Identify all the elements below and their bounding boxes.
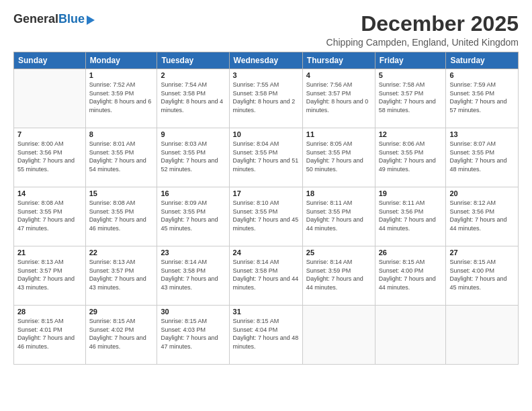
- table-row: 1Sunrise: 7:52 AM Sunset: 3:59 PM Daylig…: [85, 69, 157, 128]
- col-wednesday: Wednesday: [229, 52, 302, 69]
- day-info: Sunrise: 7:54 AM Sunset: 3:58 PM Dayligh…: [161, 81, 225, 114]
- calendar-week-row: 28Sunrise: 8:15 AM Sunset: 4:01 PM Dayli…: [14, 306, 519, 365]
- day-number: 21: [17, 248, 82, 257]
- day-number: 27: [449, 248, 515, 257]
- table-row: 26Sunrise: 8:15 AM Sunset: 4:00 PM Dayli…: [375, 246, 446, 306]
- day-info: Sunrise: 8:09 AM Sunset: 3:55 PM Dayligh…: [161, 199, 225, 232]
- day-info: Sunrise: 8:08 AM Sunset: 3:55 PM Dayligh…: [17, 199, 82, 232]
- day-info: Sunrise: 8:12 AM Sunset: 3:56 PM Dayligh…: [449, 199, 515, 232]
- day-info: Sunrise: 8:10 AM Sunset: 3:55 PM Dayligh…: [233, 199, 299, 232]
- day-number: 23: [161, 248, 225, 257]
- table-row: 17Sunrise: 8:10 AM Sunset: 3:55 PM Dayli…: [229, 187, 302, 246]
- col-tuesday: Tuesday: [157, 52, 229, 69]
- day-number: 22: [89, 248, 154, 257]
- table-row: 22Sunrise: 8:13 AM Sunset: 3:57 PM Dayli…: [85, 246, 157, 306]
- day-number: 24: [233, 248, 299, 257]
- logo-blue-text: Blue: [58, 12, 85, 26]
- table-row: [375, 306, 446, 365]
- day-number: 6: [449, 71, 515, 79]
- table-row: 12Sunrise: 8:06 AM Sunset: 3:55 PM Dayli…: [375, 128, 446, 187]
- title-section: December 2025 Chipping Campden, England,…: [326, 12, 519, 48]
- location-subtitle: Chipping Campden, England, United Kingdo…: [326, 37, 519, 48]
- col-sunday: Sunday: [14, 52, 86, 69]
- day-info: Sunrise: 7:55 AM Sunset: 3:58 PM Dayligh…: [233, 81, 299, 114]
- day-info: Sunrise: 8:15 AM Sunset: 4:01 PM Dayligh…: [17, 317, 82, 351]
- day-number: 10: [233, 130, 299, 138]
- day-number: 14: [17, 189, 82, 197]
- table-row: 20Sunrise: 8:12 AM Sunset: 3:56 PM Dayli…: [446, 187, 519, 246]
- day-number: 29: [89, 308, 154, 316]
- logo: GeneralBlue: [13, 12, 95, 26]
- table-row: 19Sunrise: 8:11 AM Sunset: 3:56 PM Dayli…: [375, 187, 446, 246]
- header: GeneralBlue December 2025 Chipping Campd…: [13, 12, 519, 48]
- col-friday: Friday: [375, 52, 446, 69]
- table-row: 11Sunrise: 8:05 AM Sunset: 3:55 PM Dayli…: [302, 128, 375, 187]
- day-info: Sunrise: 8:08 AM Sunset: 3:55 PM Dayligh…: [89, 199, 154, 232]
- table-row: 25Sunrise: 8:14 AM Sunset: 3:59 PM Dayli…: [302, 246, 375, 306]
- col-saturday: Saturday: [446, 52, 519, 69]
- table-row: 23Sunrise: 8:14 AM Sunset: 3:58 PM Dayli…: [157, 246, 229, 306]
- day-number: 30: [161, 308, 225, 316]
- day-number: 8: [89, 130, 154, 138]
- day-number: 2: [161, 71, 225, 79]
- table-row: 21Sunrise: 8:13 AM Sunset: 3:57 PM Dayli…: [14, 246, 86, 306]
- table-row: 6Sunrise: 7:59 AM Sunset: 3:56 PM Daylig…: [446, 69, 519, 128]
- table-row: 27Sunrise: 8:15 AM Sunset: 4:00 PM Dayli…: [446, 246, 519, 306]
- table-row: 15Sunrise: 8:08 AM Sunset: 3:55 PM Dayli…: [85, 187, 157, 246]
- table-row: 31Sunrise: 8:15 AM Sunset: 4:04 PM Dayli…: [229, 306, 302, 365]
- calendar-week-row: 14Sunrise: 8:08 AM Sunset: 3:55 PM Dayli…: [14, 187, 519, 246]
- day-number: 17: [233, 189, 299, 197]
- day-info: Sunrise: 8:14 AM Sunset: 3:58 PM Dayligh…: [161, 258, 225, 291]
- month-title: December 2025: [326, 12, 519, 36]
- logo-general-text: General: [13, 12, 58, 26]
- table-row: 3Sunrise: 7:55 AM Sunset: 3:58 PM Daylig…: [229, 69, 302, 128]
- calendar-week-row: 1Sunrise: 7:52 AM Sunset: 3:59 PM Daylig…: [14, 69, 519, 128]
- table-row: 2Sunrise: 7:54 AM Sunset: 3:58 PM Daylig…: [157, 69, 229, 128]
- day-info: Sunrise: 8:03 AM Sunset: 3:55 PM Dayligh…: [161, 140, 225, 173]
- day-info: Sunrise: 8:14 AM Sunset: 3:59 PM Dayligh…: [306, 258, 371, 291]
- day-number: 26: [379, 248, 443, 257]
- day-number: 9: [161, 130, 225, 138]
- day-number: 5: [379, 71, 443, 79]
- table-row: 14Sunrise: 8:08 AM Sunset: 3:55 PM Dayli…: [14, 187, 86, 246]
- day-number: 28: [17, 308, 82, 316]
- table-row: 7Sunrise: 8:00 AM Sunset: 3:56 PM Daylig…: [14, 128, 86, 187]
- day-info: Sunrise: 8:05 AM Sunset: 3:55 PM Dayligh…: [306, 140, 371, 173]
- day-info: Sunrise: 8:06 AM Sunset: 3:55 PM Dayligh…: [379, 140, 443, 173]
- day-number: 3: [233, 71, 299, 79]
- day-info: Sunrise: 8:14 AM Sunset: 3:58 PM Dayligh…: [233, 258, 299, 291]
- day-info: Sunrise: 7:56 AM Sunset: 3:57 PM Dayligh…: [306, 81, 371, 114]
- col-monday: Monday: [85, 52, 157, 69]
- day-number: 16: [161, 189, 225, 197]
- day-number: 25: [306, 248, 371, 257]
- day-info: Sunrise: 8:11 AM Sunset: 3:56 PM Dayligh…: [379, 199, 443, 232]
- table-row: 5Sunrise: 7:58 AM Sunset: 3:57 PM Daylig…: [375, 69, 446, 128]
- day-info: Sunrise: 7:52 AM Sunset: 3:59 PM Dayligh…: [89, 81, 154, 114]
- day-number: 19: [379, 189, 443, 197]
- day-number: 12: [379, 130, 443, 138]
- day-number: 4: [306, 71, 371, 79]
- calendar-week-row: 21Sunrise: 8:13 AM Sunset: 3:57 PM Dayli…: [14, 246, 519, 306]
- day-info: Sunrise: 8:07 AM Sunset: 3:55 PM Dayligh…: [449, 140, 515, 173]
- day-info: Sunrise: 8:01 AM Sunset: 3:55 PM Dayligh…: [89, 140, 154, 173]
- calendar-header-row: Sunday Monday Tuesday Wednesday Thursday…: [14, 52, 519, 69]
- calendar-week-row: 7Sunrise: 8:00 AM Sunset: 3:56 PM Daylig…: [14, 128, 519, 187]
- day-info: Sunrise: 8:15 AM Sunset: 4:04 PM Dayligh…: [233, 317, 299, 351]
- table-row: 18Sunrise: 8:11 AM Sunset: 3:55 PM Dayli…: [302, 187, 375, 246]
- table-row: [302, 306, 375, 365]
- day-info: Sunrise: 8:13 AM Sunset: 3:57 PM Dayligh…: [17, 258, 82, 291]
- table-row: 29Sunrise: 8:15 AM Sunset: 4:02 PM Dayli…: [85, 306, 157, 365]
- day-number: 1: [89, 71, 154, 79]
- day-info: Sunrise: 8:11 AM Sunset: 3:55 PM Dayligh…: [306, 199, 371, 232]
- table-row: [14, 69, 86, 128]
- day-info: Sunrise: 8:04 AM Sunset: 3:55 PM Dayligh…: [233, 140, 299, 173]
- day-number: 20: [449, 189, 515, 197]
- table-row: 10Sunrise: 8:04 AM Sunset: 3:55 PM Dayli…: [229, 128, 302, 187]
- table-row: 9Sunrise: 8:03 AM Sunset: 3:55 PM Daylig…: [157, 128, 229, 187]
- day-info: Sunrise: 8:15 AM Sunset: 4:00 PM Dayligh…: [379, 258, 443, 291]
- calendar-table: Sunday Monday Tuesday Wednesday Thursday…: [13, 52, 519, 365]
- day-info: Sunrise: 8:00 AM Sunset: 3:56 PM Dayligh…: [17, 140, 82, 173]
- day-info: Sunrise: 8:15 AM Sunset: 4:00 PM Dayligh…: [449, 258, 515, 291]
- table-row: 28Sunrise: 8:15 AM Sunset: 4:01 PM Dayli…: [14, 306, 86, 365]
- day-number: 31: [233, 308, 299, 316]
